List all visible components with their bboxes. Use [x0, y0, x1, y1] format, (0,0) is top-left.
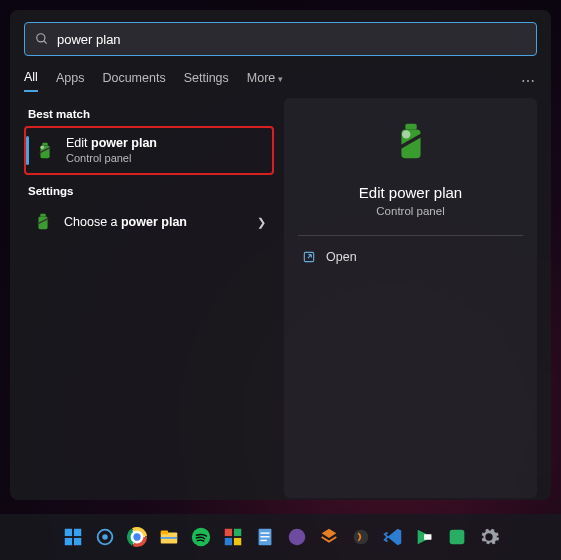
- tab-all[interactable]: All: [24, 70, 38, 92]
- section-settings: Settings: [28, 185, 274, 197]
- result-choose-power-plan[interactable]: Choose a power plan ❯: [24, 203, 274, 241]
- tab-settings[interactable]: Settings: [184, 71, 229, 91]
- start-search-panel: All Apps Documents Settings More ⋯ Best …: [10, 10, 551, 500]
- section-best-match: Best match: [28, 108, 274, 120]
- svg-rect-3: [42, 142, 48, 145]
- result-edit-power-plan[interactable]: Edit power plan Control panel: [24, 126, 274, 175]
- action-label: Open: [326, 250, 357, 264]
- taskbar-app-icon[interactable]: [412, 524, 438, 550]
- tab-apps[interactable]: Apps: [56, 71, 85, 91]
- selection-indicator: [26, 136, 29, 165]
- results-column: Best match Edit power plan Control panel…: [24, 98, 274, 498]
- svg-rect-11: [64, 529, 71, 536]
- svg-rect-13: [64, 538, 71, 545]
- svg-rect-29: [233, 538, 240, 545]
- result-title: Edit power plan: [66, 136, 264, 152]
- preview-pane: Edit power plan Control panel Open: [284, 98, 537, 498]
- tab-more[interactable]: More: [247, 71, 283, 91]
- search-box[interactable]: [24, 22, 537, 56]
- filter-tabs: All Apps Documents Settings More ⋯: [24, 70, 537, 92]
- vscode-icon[interactable]: [380, 524, 406, 550]
- svg-rect-31: [260, 532, 269, 533]
- taskbar-app-icon[interactable]: [444, 524, 470, 550]
- svg-rect-26: [224, 529, 231, 536]
- svg-rect-33: [260, 540, 266, 541]
- open-icon: [302, 250, 316, 264]
- file-explorer-icon[interactable]: [156, 524, 182, 550]
- taskbar-app-icon[interactable]: [284, 524, 310, 550]
- svg-rect-24: [160, 537, 177, 539]
- svg-rect-32: [260, 536, 269, 537]
- preview-subtitle: Control panel: [376, 205, 444, 217]
- svg-point-4: [40, 145, 44, 149]
- svg-line-1: [44, 41, 47, 44]
- svg-rect-6: [40, 214, 46, 217]
- settings-icon[interactable]: [476, 524, 502, 550]
- start-button[interactable]: [60, 524, 86, 550]
- result-subtitle: Control panel: [66, 152, 264, 166]
- svg-point-0: [37, 34, 45, 42]
- svg-rect-37: [449, 530, 464, 545]
- svg-rect-23: [160, 531, 167, 535]
- svg-rect-12: [73, 529, 80, 536]
- battery-icon: [34, 140, 56, 162]
- svg-rect-28: [224, 538, 231, 545]
- taskbar-app-icon[interactable]: [316, 524, 342, 550]
- svg-point-21: [133, 533, 140, 540]
- svg-rect-36: [424, 534, 431, 540]
- spotify-icon[interactable]: [188, 524, 214, 550]
- preview-title: Edit power plan: [359, 184, 462, 201]
- tab-documents[interactable]: Documents: [102, 71, 165, 91]
- taskbar-app-icon[interactable]: [92, 524, 118, 550]
- taskbar: [0, 514, 561, 560]
- search-input[interactable]: [57, 32, 526, 47]
- taskbar-app-icon[interactable]: [220, 524, 246, 550]
- chrome-icon[interactable]: [124, 524, 150, 550]
- svg-point-9: [401, 130, 409, 138]
- svg-rect-8: [405, 124, 417, 130]
- battery-icon: [32, 211, 54, 233]
- taskbar-app-icon[interactable]: [348, 524, 374, 550]
- chevron-right-icon: ❯: [257, 216, 266, 229]
- battery-icon-large: [388, 120, 434, 170]
- search-icon: [35, 32, 49, 46]
- result-title: Choose a power plan: [64, 215, 257, 231]
- svg-rect-14: [73, 538, 80, 545]
- action-open[interactable]: Open: [298, 236, 523, 278]
- svg-point-34: [288, 529, 305, 546]
- notepad-icon[interactable]: [252, 524, 278, 550]
- overflow-menu[interactable]: ⋯: [521, 73, 537, 89]
- svg-rect-27: [233, 529, 240, 536]
- svg-point-16: [102, 534, 108, 540]
